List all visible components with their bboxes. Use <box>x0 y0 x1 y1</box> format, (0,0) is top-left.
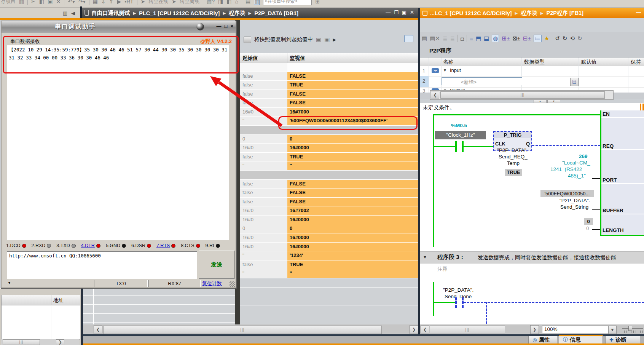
signal-indicator[interactable]: 7.RTS <box>156 243 175 248</box>
cross-reference-icon[interactable]: ◧ <box>226 0 231 5</box>
zoom-slider[interactable] <box>622 328 643 329</box>
start-value-cell[interactable]: '' <box>240 161 287 170</box>
req-operand-line[interactable]: "P2P_DATA". <box>497 147 528 153</box>
monitor-value-cell[interactable]: '' <box>287 269 418 278</box>
project-search-input[interactable]: <在项目中搜索> <box>263 0 312 5</box>
snapshot-icon[interactable] <box>244 37 251 43</box>
serial-window-titlebar[interactable]: 串口调试助手 —□× <box>2 21 236 33</box>
column-header-retain[interactable]: 保持 <box>631 59 641 65</box>
scroll-left-button[interactable]: ❮ <box>431 91 439 99</box>
go-online-icon[interactable]: ➤ <box>141 0 145 5</box>
start-value-cell[interactable] <box>240 63 287 72</box>
go-offline-label[interactable]: 转至离线 <box>180 0 199 5</box>
start-value-cell[interactable]: 16#0 <box>240 108 287 117</box>
breadcrumb-item[interactable]: P2P_DATA [DB1] <box>254 10 298 16</box>
delete-network-icon[interactable]: ▤✕ <box>430 35 440 42</box>
port-operand-line[interactable]: 485)_1" <box>568 173 586 179</box>
reset-counter-link[interactable]: 复位计数 <box>202 280 222 287</box>
undo-box-icon[interactable]: ◘ <box>461 35 464 42</box>
serial-window-controls[interactable]: —□× <box>217 23 233 29</box>
monitor-value-cell[interactable]: FALSE <box>287 198 418 206</box>
save-project-label[interactable]: 存项目 <box>1 0 16 5</box>
breadcrumb-item[interactable]: PLC_1 [CPU 1212C AC/DC/Rly] <box>139 10 220 16</box>
resize-grip[interactable] <box>230 281 235 287</box>
start-value-cell[interactable]: false <box>240 260 287 269</box>
close-button[interactable]: ✕ <box>410 10 414 15</box>
box-io-icon[interactable]: ⊞± <box>502 35 510 42</box>
scroll-left-button[interactable]: ❮ <box>421 325 429 334</box>
watch-horizontal-scrollbar[interactable]: ❮ ||| ❯ <box>83 324 418 334</box>
delete-icon[interactable]: ✕ <box>56 0 61 5</box>
expand-networks-icon[interactable]: ⬒ <box>476 35 481 42</box>
right-window-titlebar[interactable]: ...LC_1 [CPU 1212C AC/DC/Rly]▶程序块▶P2P程序 … <box>420 8 644 18</box>
new-variable-field[interactable]: <新增> <box>442 77 522 85</box>
insert-network-icon[interactable]: ▤ <box>422 35 427 42</box>
monitor-value-cell[interactable]: FALSE <box>287 72 418 81</box>
monitor-value-cell[interactable]: 0 <box>287 224 418 233</box>
maximize-button[interactable]: □ <box>225 23 228 29</box>
section-label[interactable]: Input <box>450 67 461 73</box>
monitor-value-cell[interactable]: FALSE <box>287 180 418 188</box>
contact-operand-line[interactable]: "P2P_DATA". <box>443 287 473 293</box>
datatype-dropdown-button[interactable]: ▤ <box>570 78 579 86</box>
send-input-box[interactable]: http://www.cmsoft.cn QQ:10865600 <box>7 251 197 279</box>
scroll-left-button[interactable]: ❮ <box>94 325 102 334</box>
start-value-cell[interactable]: false <box>240 99 287 107</box>
monitor-value-cell[interactable]: TRUE <box>287 153 418 161</box>
vertical-split-icon[interactable]: ▥ <box>254 0 260 5</box>
copy-icon[interactable]: ◧ <box>39 0 44 5</box>
column-header-name[interactable]: 名称 <box>443 59 453 65</box>
monitor-value-cell[interactable] <box>287 63 418 72</box>
column-header-default[interactable]: 默认值 <box>581 59 597 65</box>
zoom-dropdown-button[interactable]: ▼ <box>608 326 617 334</box>
window-controls[interactable]: —❐▣✕ <box>386 10 414 15</box>
project-tree-icon[interactable]: ⊞ <box>315 0 320 5</box>
table-row[interactable]: 1 ◂▪ ▼ Input <box>420 66 644 76</box>
go-to-error-icon[interactable]: ↺ <box>555 35 560 42</box>
contact-bar[interactable] <box>455 141 457 152</box>
start-value-cell[interactable]: 16#0 <box>240 216 287 224</box>
home-icon[interactable]: ⌂ <box>235 0 238 5</box>
breadcrumb-item[interactable]: 程序块 <box>521 10 537 17</box>
cut-icon[interactable]: ✂ <box>31 0 36 5</box>
breadcrumb-item[interactable]: 程序块 <box>229 10 245 17</box>
start-value-cell[interactable]: false <box>240 180 287 188</box>
serial-receive-box[interactable]: 【2022-10-29 14:35:59:779】35 30 30 46 46 … <box>7 45 229 240</box>
scroll-right-button[interactable]: ❯ <box>56 339 64 345</box>
start-cpu-icon[interactable]: ▶ <box>117 0 121 5</box>
interface-horizontal-scrollbar[interactable]: ❮ ||| <box>430 90 614 100</box>
scrollbar-thumb[interactable]: ||| <box>103 326 382 334</box>
start-value-cell[interactable] <box>240 171 287 179</box>
network3-header[interactable]: ▼ 程序段 3： 发送数据完成，同时复位发送数据使能，接通接收数据使能 <box>420 251 644 264</box>
upload-from-device-icon[interactable]: ⇑ <box>109 0 114 5</box>
start-value-cell[interactable]: false <box>240 153 287 161</box>
horizontal-split-icon[interactable]: ▤ <box>245 0 250 5</box>
go-online-label[interactable]: 转至在线 <box>148 0 168 5</box>
length-value[interactable]: 0 <box>584 218 593 225</box>
breadcrumb-item[interactable]: P2P程序 [FB1] <box>547 10 584 17</box>
monitor-value-cell[interactable]: '1234' <box>287 251 418 260</box>
go-offline-icon[interactable]: ➤ <box>172 0 176 5</box>
maximize-button[interactable]: ▣ <box>402 10 406 15</box>
breadcrumb-item[interactable]: 自由口通讯测试 <box>91 10 130 17</box>
undo-icon[interactable]: ↶▾ <box>68 0 75 5</box>
send-button[interactable]: 发送 <box>199 251 234 279</box>
scroll-right-button[interactable]: ❯ <box>410 325 418 334</box>
monitor-value-cell[interactable]: FALSE <box>287 188 418 197</box>
address-horizontal-scrollbar[interactable]: ||| ❯ <box>1 339 80 345</box>
monitor-value-cell[interactable]: TRUE <box>287 260 418 269</box>
renumber-icon[interactable]: ≣ <box>443 35 448 42</box>
port-operand-line[interactable]: 1241_(RS422_ <box>550 166 585 172</box>
column-header-monitor-value[interactable]: 监视值 <box>287 53 418 63</box>
signal-label[interactable]: 4.DTR <box>81 243 95 248</box>
network-list-icon[interactable]: ≡ <box>470 35 473 42</box>
favorites-star-icon[interactable]: ★ <box>544 35 549 42</box>
table-row[interactable]: 2 <新增> ▤ <box>420 76 644 87</box>
network-sequence-icon[interactable]: ≣ <box>450 35 455 42</box>
monitor-value-cell[interactable]: '' <box>287 161 418 170</box>
port-operand-line[interactable]: "Local~CM_ <box>562 160 590 166</box>
minimize-button[interactable]: — <box>636 9 641 15</box>
buffer-operand-line[interactable]: "P2P_DATA". <box>560 198 590 203</box>
monitor-value-cell[interactable]: FALSE <box>287 90 418 99</box>
contact-bar-selected[interactable] <box>455 297 457 308</box>
